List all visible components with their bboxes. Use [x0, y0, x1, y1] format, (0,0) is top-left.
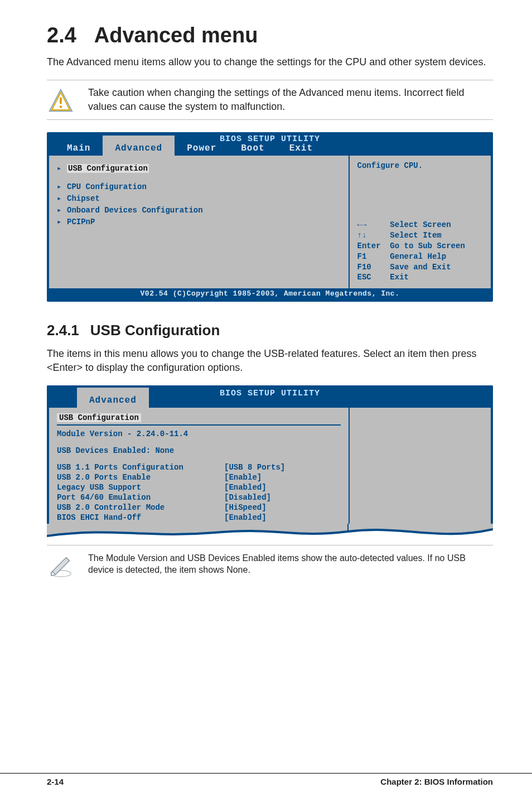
usb-devices-line: USB Devices Enabled: None	[57, 446, 341, 456]
svg-point-3	[60, 106, 62, 108]
setting-value: [HiSpeed]	[224, 503, 267, 512]
menu-label: Onboard Devices Configuration	[67, 206, 203, 215]
tab-advanced[interactable]: Advanced	[77, 388, 149, 408]
setting-row[interactable]: USB 2.0 Controller Mode[HiSpeed]	[57, 503, 341, 513]
bios2-help-panel	[350, 408, 491, 525]
setting-label: USB 2.0 Ports Enable	[57, 473, 224, 482]
setting-value: [Enabled]	[224, 513, 267, 522]
setting-label: Legacy USB Support	[57, 483, 224, 492]
menu-label: PCIPnP	[67, 218, 95, 226]
bios-help-panel: Configure CPU. ←→ Select Screen ↑↓ Selec…	[350, 156, 491, 288]
submenu-arrow-icon: ▸	[57, 217, 62, 226]
sub-intro-paragraph: The items in this menu allows you to cha…	[47, 347, 493, 374]
setting-value: [Enable]	[224, 473, 262, 482]
menu-item-usb-configuration[interactable]: ▸USB Configuration	[57, 162, 341, 174]
setting-row[interactable]: BIOS EHCI Hand-Off[Enabled]	[57, 513, 341, 523]
warning-text: Take caution when changing the settings …	[88, 86, 493, 113]
bios-screen-advanced: BIOS SETUP UTILITY Main Advanced Power B…	[47, 132, 493, 302]
submenu-arrow-icon: ▸	[57, 194, 62, 203]
truncation-wave	[47, 524, 493, 543]
bios-screen-usb-config: BIOS SETUP UTILITY Advanced USB Configur…	[47, 385, 493, 525]
menu-item-chipset[interactable]: ▸Chipset	[57, 192, 341, 204]
warning-callout: Take caution when changing the settings …	[47, 80, 493, 120]
bios2-utility-title: BIOS SETUP UTILITY	[220, 389, 320, 398]
bios2-tab-bar: BIOS SETUP UTILITY Advanced	[49, 388, 491, 408]
sub-heading-title: USB Configuration	[90, 322, 220, 339]
setting-row[interactable]: USB 2.0 Ports Enable[Enable]	[57, 472, 341, 482]
key-legend: ←→ Select Screen ↑↓ Select Item Enter Go…	[357, 220, 483, 283]
sub-heading-number: 2.4.1	[47, 322, 79, 339]
submenu-arrow-icon: ▸	[57, 163, 62, 173]
help-text: Configure CPU.	[357, 161, 483, 170]
page-heading: 2.4Advanced menu	[47, 23, 493, 47]
menu-label: Chipset	[67, 194, 100, 203]
setting-row[interactable]: Legacy USB Support[Enabled]	[57, 482, 341, 492]
chapter-label: Chapter 2: BIOS Information	[380, 777, 493, 786]
heading-title: Advanced menu	[94, 23, 258, 47]
page-footer: 2-14 Chapter 2: BIOS Information	[0, 773, 532, 786]
module-version-line: Module Version - 2.24.0-11.4	[57, 429, 341, 439]
setting-row[interactable]: Port 64/60 Emulation[Disabled]	[57, 492, 341, 503]
menu-item-onboard-devices[interactable]: ▸Onboard Devices Configuration	[57, 204, 341, 216]
note-icon	[48, 553, 74, 579]
svg-marker-5	[52, 558, 70, 575]
note-callout: The Module Version and USB Devices Enabl…	[47, 545, 493, 582]
intro-paragraph: The Advanced menu items allow you to cha…	[47, 55, 493, 69]
menu-label: CPU Configuration	[67, 182, 147, 191]
setting-value: [Enabled]	[224, 483, 267, 492]
tab-main[interactable]: Main	[55, 136, 103, 156]
heading-number: 2.4	[47, 23, 76, 47]
menu-item-pcipnp[interactable]: ▸PCIPnP	[57, 216, 341, 228]
usb-config-section-title: USB Configuration	[57, 413, 141, 422]
setting-label: USB 2.0 Controller Mode	[57, 503, 224, 512]
menu-label: USB Configuration	[67, 164, 149, 173]
setting-label: BIOS EHCI Hand-Off	[57, 513, 224, 522]
warning-icon	[48, 88, 74, 114]
setting-value: [USB 8 Ports]	[224, 463, 285, 472]
menu-item-cpu-configuration[interactable]: ▸CPU Configuration	[57, 181, 341, 192]
bios-tab-bar: BIOS SETUP UTILITY Main Advanced Power B…	[49, 134, 491, 156]
note-text: The Module Version and USB Devices Enabl…	[88, 552, 493, 576]
bios-menu-panel: ▸USB Configuration ▸CPU Configuration ▸C…	[49, 156, 350, 288]
sub-heading: 2.4.1USB Configuration	[47, 322, 493, 339]
setting-value: [Disabled]	[224, 493, 271, 502]
bios-copyright-footer: V02.54 (C)Copyright 1985-2003, American …	[49, 288, 491, 299]
page-number: 2-14	[47, 777, 64, 786]
setting-label: Port 64/60 Emulation	[57, 493, 224, 502]
svg-rect-2	[60, 98, 62, 104]
bios2-panel: USB Configuration Module Version - 2.24.…	[49, 408, 350, 525]
setting-label: USB 1.1 Ports Configuration	[57, 463, 224, 472]
tab-advanced[interactable]: Advanced	[103, 136, 175, 156]
section-divider	[57, 424, 341, 426]
submenu-arrow-icon: ▸	[57, 205, 62, 215]
bios-utility-title: BIOS SETUP UTILITY	[220, 134, 320, 144]
submenu-arrow-icon: ▸	[57, 182, 62, 191]
setting-row[interactable]: USB 1.1 Ports Configuration[USB 8 Ports]	[57, 462, 341, 472]
